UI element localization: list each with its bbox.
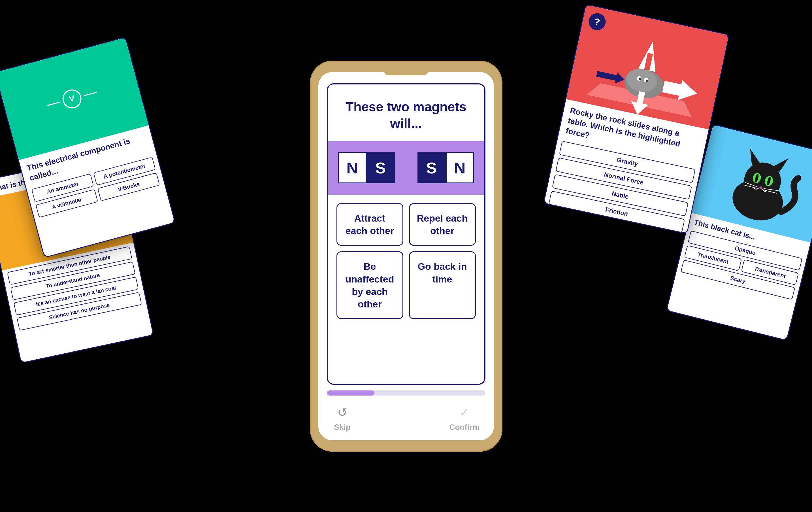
quiz-border: These two magnets will... N S S: [327, 83, 486, 385]
quiz-question-area: These two magnets will...: [328, 84, 484, 141]
right-magnet-north: N: [446, 152, 474, 183]
quiz-question-text: These two magnets will...: [339, 98, 473, 133]
quiz-card: These two magnets will... N S S: [318, 72, 494, 440]
confirm-label: Confirm: [449, 423, 480, 432]
left-magnet-south: S: [367, 152, 395, 183]
skip-label: Skip: [334, 423, 351, 432]
left-magnet-north: N: [338, 152, 367, 183]
rocky-bold-word: force: [565, 126, 586, 139]
phone-notch: [383, 67, 429, 75]
quiz-answer-unaffected[interactable]: Be unaffected by each other: [337, 251, 403, 319]
right-magnet-south: S: [417, 152, 446, 183]
quiz-answer-attract[interactable]: Attract each other: [337, 203, 403, 246]
confirm-icon: ✓: [455, 404, 474, 421]
quiz-answer-time[interactable]: Go back in time: [409, 251, 476, 319]
quiz-image-area: N S S N: [328, 141, 484, 195]
skip-icon: ↺: [332, 404, 352, 421]
progress-bar-background: [327, 391, 486, 396]
cat-icon: [711, 135, 812, 232]
skip-button[interactable]: ↺ Skip: [332, 404, 352, 432]
voltmeter-symbol: V: [44, 79, 100, 119]
phone-screen: These two magnets will... N S S: [318, 72, 494, 440]
svg-marker-20: [638, 40, 661, 72]
quiz-answer-repel[interactable]: Repel each other: [409, 203, 476, 246]
scene: V This electrical component is called...…: [0, 0, 812, 512]
quiz-bottom-bar: ↺ Skip ✓ Confirm: [318, 398, 494, 440]
confirm-button[interactable]: ✓ Confirm: [449, 404, 480, 432]
quiz-progress-area: [318, 385, 494, 398]
svg-marker-19: [596, 68, 626, 85]
progress-bar-fill: [327, 391, 374, 396]
right-magnet: S N: [417, 152, 474, 183]
quiz-answers-area: Attract each other Repel each other Be u…: [328, 195, 484, 328]
svg-line-3: [84, 92, 96, 96]
left-magnet: N S: [338, 152, 395, 183]
svg-text:V: V: [68, 93, 76, 104]
phone: These two magnets will... N S S: [310, 61, 502, 452]
svg-line-0: [47, 102, 59, 106]
